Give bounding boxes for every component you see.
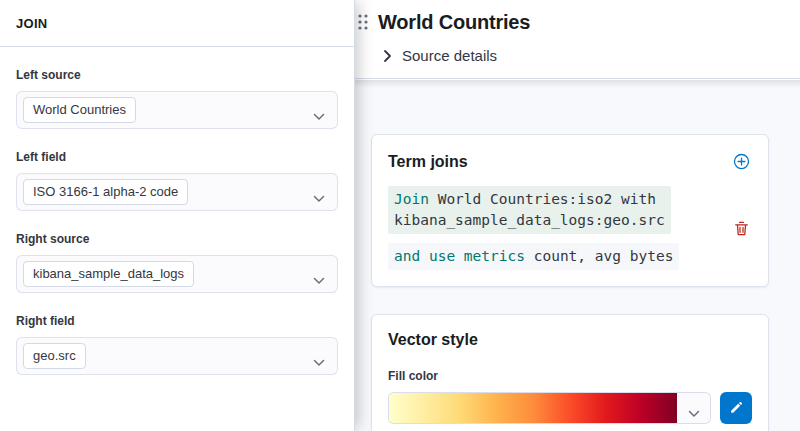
add-join-button[interactable] <box>731 151 752 172</box>
delete-join-button[interactable] <box>731 218 752 239</box>
layer-panel-title: World Countries <box>378 11 530 34</box>
chevron-down-icon[interactable] <box>313 189 325 207</box>
left-field-label: Left field <box>16 150 338 164</box>
left-field-select[interactable]: ISO 3166-1 alpha-2 code <box>16 173 338 211</box>
join-keyword: Join <box>394 191 429 207</box>
join-flyout-title: JOIN <box>16 16 338 31</box>
vector-style-card: Vector style Fill color <box>371 314 769 431</box>
left-field-group: Left field ISO 3166-1 alpha-2 code <box>16 150 338 211</box>
left-source-group: Left source World Countries <box>16 68 338 129</box>
fill-color-ramp-select[interactable] <box>388 392 711 424</box>
join-line1: World Countries:iso2 with <box>438 191 656 207</box>
edit-fill-color-button[interactable] <box>720 392 752 424</box>
term-joins-card: Term joins Join World Countries:iso2 wit… <box>371 134 769 287</box>
chevron-down-icon[interactable] <box>313 107 325 125</box>
metrics-keyword: and use metrics <box>394 248 525 264</box>
source-details-accordion-toggle[interactable]: Source details <box>383 47 497 64</box>
join-expression: Join World Countries:iso2 withkibana_sam… <box>388 186 725 270</box>
left-source-select[interactable]: World Countries <box>16 91 338 129</box>
vector-style-title: Vector style <box>388 331 752 349</box>
right-field-value-pill: geo.src <box>23 343 86 369</box>
metrics-values: count, avg bytes <box>534 248 674 264</box>
join-line2: kibana_sample_data_logs:geo.src <box>394 212 665 228</box>
term-joins-title: Term joins <box>388 153 468 171</box>
metrics-clause: and use metrics count, avg bytes <box>388 243 679 270</box>
flyout-divider <box>0 46 354 47</box>
pencil-icon <box>729 401 743 415</box>
right-source-group: Right source kibana_sample_data_logs <box>16 232 338 293</box>
right-source-label: Right source <box>16 232 338 246</box>
chevron-down-icon[interactable] <box>313 271 325 289</box>
right-source-value-pill: kibana_sample_data_logs <box>23 261 194 287</box>
fill-color-gradient <box>389 393 677 423</box>
join-editor-flyout: JOIN Left source World Countries Left fi… <box>0 0 355 431</box>
grab-handle-icon[interactable] <box>356 11 370 37</box>
right-field-label: Right field <box>16 314 338 328</box>
layer-panel-header: World Countries Source details <box>355 0 800 79</box>
left-source-label: Left source <box>16 68 338 82</box>
header-scroll-shadow <box>355 80 800 88</box>
right-field-group: Right field geo.src <box>16 314 338 375</box>
left-source-value-pill: World Countries <box>23 97 136 123</box>
right-source-select[interactable]: kibana_sample_data_logs <box>16 255 338 293</box>
join-expression-row: Join World Countries:iso2 withkibana_sam… <box>388 186 752 270</box>
maps-layer-settings-app: World Countries Source details Term join… <box>0 0 800 431</box>
plus-in-circle-icon <box>733 158 750 173</box>
join-clause: Join World Countries:iso2 withkibana_sam… <box>388 186 671 234</box>
chevron-right-icon <box>383 49 393 63</box>
chevron-down-icon[interactable] <box>313 353 325 371</box>
trash-icon <box>733 225 750 240</box>
left-field-value-pill: ISO 3166-1 alpha-2 code <box>23 179 188 205</box>
chevron-down-icon[interactable] <box>688 404 700 422</box>
fill-color-label: Fill color <box>388 369 752 383</box>
source-details-label: Source details <box>402 47 497 64</box>
right-field-select[interactable]: geo.src <box>16 337 338 375</box>
layer-panel-body: Term joins Join World Countries:iso2 wit… <box>355 80 800 431</box>
